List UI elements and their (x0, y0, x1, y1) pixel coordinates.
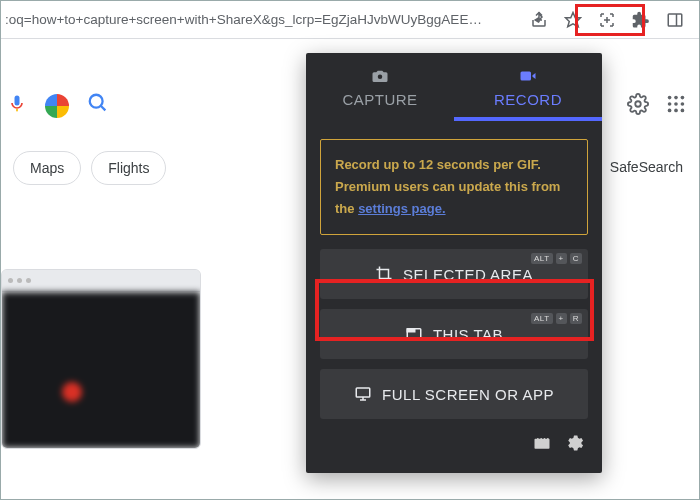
svg-line-6 (101, 106, 106, 111)
browser-address-bar: :oq=how+to+capture+screen+with+ShareX&gs… (1, 1, 699, 39)
svg-point-25 (537, 438, 539, 440)
svg-rect-20 (407, 329, 415, 332)
video-result-thumbnail[interactable] (1, 269, 201, 449)
this-tab-label: THIS TAB (433, 326, 503, 343)
settings-page-link[interactable]: settings page. (358, 201, 445, 216)
tab-capture-label: CAPTURE (342, 91, 417, 108)
recordings-icon[interactable] (532, 433, 552, 457)
svg-rect-21 (356, 388, 370, 397)
svg-point-8 (668, 96, 672, 100)
svg-point-14 (668, 109, 672, 113)
svg-marker-1 (566, 12, 581, 26)
svg-rect-4 (16, 109, 18, 112)
svg-point-11 (668, 102, 672, 106)
thumbnail-preview (2, 292, 200, 448)
svg-point-9 (674, 96, 678, 100)
extensions-puzzle-icon[interactable] (631, 10, 651, 30)
svg-point-5 (90, 95, 103, 108)
record-info-message: Record up to 12 seconds per GIF. Premium… (320, 139, 588, 235)
google-search-icons (1, 91, 109, 120)
url-text: :oq=how+to+capture+screen+with+ShareX&gs… (1, 12, 529, 27)
svg-rect-18 (521, 71, 532, 80)
google-apps-grid-icon[interactable] (665, 93, 687, 119)
thumbnail-titlebar (2, 270, 200, 292)
svg-point-16 (681, 109, 685, 113)
selected-area-label: SELECTED AREA (403, 266, 533, 283)
settings-gear-icon[interactable] (627, 93, 649, 119)
svg-point-28 (547, 438, 549, 440)
svg-rect-2 (668, 14, 682, 26)
svg-point-12 (674, 102, 678, 106)
monitor-icon (354, 385, 372, 403)
svg-point-7 (635, 101, 641, 107)
full-screen-label: FULL SCREEN OR APP (382, 386, 554, 403)
shortcut-keys: ALT + C (531, 253, 582, 264)
google-header-actions (627, 93, 687, 119)
safesearch-toggle[interactable]: SafeSearch (610, 159, 683, 175)
chip-maps[interactable]: Maps (13, 151, 81, 185)
capture-extension-icon[interactable] (597, 10, 617, 30)
svg-point-17 (378, 74, 383, 79)
tab-icon (405, 325, 423, 343)
tab-capture[interactable]: CAPTURE (306, 53, 454, 121)
tab-record[interactable]: RECORD (454, 53, 602, 121)
mic-icon[interactable] (7, 91, 27, 120)
address-bar-actions (529, 10, 693, 30)
tab-record-label: RECORD (494, 91, 562, 108)
bookmark-star-icon[interactable] (563, 10, 583, 30)
record-selected-area-button[interactable]: SELECTED AREA ALT + C (320, 249, 588, 299)
panel-settings-gear-icon[interactable] (564, 433, 584, 457)
shortcut-keys: ALT + R (531, 313, 582, 324)
panel-footer (306, 419, 602, 461)
chip-flights[interactable]: Flights (91, 151, 166, 185)
svg-point-15 (674, 109, 678, 113)
svg-point-10 (681, 96, 685, 100)
page-content: Maps Flights SafeSearch CAPTURE RECORD R… (1, 39, 699, 500)
search-icon[interactable] (87, 92, 109, 119)
crop-icon (375, 265, 393, 283)
svg-point-26 (540, 438, 542, 440)
svg-point-27 (544, 438, 546, 440)
search-filter-chips: Maps Flights (1, 151, 166, 185)
capture-extension-popup: CAPTURE RECORD Record up to 12 seconds p… (306, 53, 602, 473)
svg-point-13 (681, 102, 685, 106)
share-icon[interactable] (529, 10, 549, 30)
panel-tabs: CAPTURE RECORD (306, 53, 602, 121)
side-panel-icon[interactable] (665, 10, 685, 30)
record-full-screen-button[interactable]: FULL SCREEN OR APP (320, 369, 588, 419)
svg-rect-24 (535, 439, 550, 449)
google-lens-icon[interactable] (45, 94, 69, 118)
record-this-tab-button[interactable]: THIS TAB ALT + R (320, 309, 588, 359)
